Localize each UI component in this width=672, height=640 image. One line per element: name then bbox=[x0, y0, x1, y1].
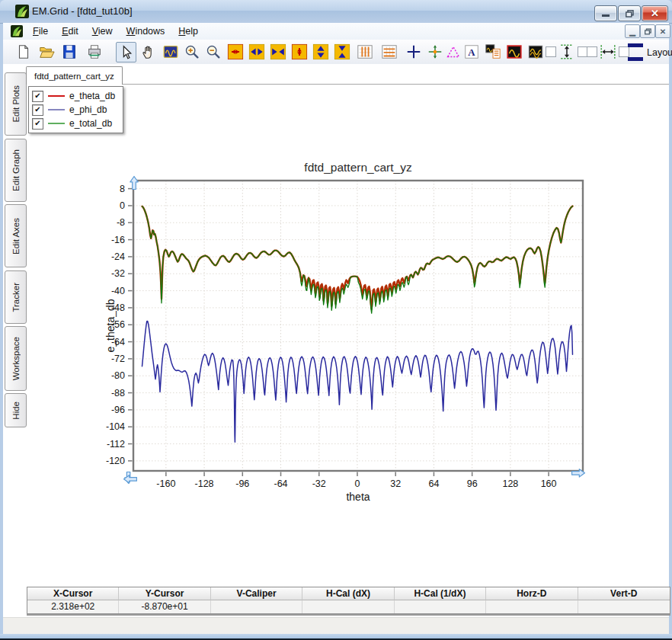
y-scale-lock-group bbox=[546, 42, 588, 61]
x-axis-label: theta bbox=[346, 491, 370, 503]
y-zoom-in-icon bbox=[334, 43, 350, 60]
pan-hand-icon bbox=[140, 43, 157, 60]
close-button[interactable]: ✕ bbox=[642, 5, 668, 21]
caliper-triangle-icon bbox=[445, 43, 462, 60]
pan-tool-button[interactable] bbox=[139, 42, 158, 61]
save-button[interactable] bbox=[59, 42, 78, 61]
edit-plot-button[interactable] bbox=[504, 42, 523, 61]
open-file-button[interactable] bbox=[37, 42, 56, 61]
tracker-icon bbox=[427, 43, 443, 60]
x-expand-button[interactable] bbox=[226, 42, 245, 61]
new-file-icon bbox=[15, 43, 32, 60]
menu-items: FileEditViewWindowsHelp bbox=[26, 23, 205, 40]
document-logo-icon bbox=[11, 25, 23, 37]
sidebar-tab-edit-plots[interactable]: Edit Plots bbox=[5, 72, 27, 136]
sidebar-tab-edit-graph[interactable]: Edit Graph bbox=[5, 139, 27, 202]
zoom-in-button[interactable] bbox=[182, 42, 201, 61]
text-annotation-button[interactable]: A bbox=[462, 42, 481, 61]
horizontal-gridlines-button[interactable] bbox=[379, 42, 398, 61]
x-zoom-out-icon bbox=[248, 43, 265, 60]
x-tick-label: -96 bbox=[235, 478, 249, 489]
plot-canvas[interactable]: -160-128-96-64-32032649612816080-8-16-24… bbox=[27, 84, 669, 587]
status-value bbox=[486, 600, 578, 613]
new-file-button[interactable] bbox=[14, 42, 33, 61]
restore-button[interactable] bbox=[618, 5, 641, 21]
zoom-in-icon bbox=[184, 43, 200, 60]
x-scale-lock-checkbox-left[interactable] bbox=[587, 46, 597, 57]
client-area: Edit Plots Edit Graph Edit Axes Tracker … bbox=[3, 64, 669, 617]
plot-frame bbox=[133, 181, 583, 471]
menu-file[interactable]: File bbox=[26, 24, 55, 38]
status-value bbox=[395, 600, 486, 613]
y-zoom-in-button[interactable] bbox=[332, 42, 351, 61]
y-scale-lock-checkbox-left[interactable] bbox=[546, 46, 556, 57]
edit-graph-icon bbox=[527, 43, 544, 60]
mdi-close-button[interactable]: ✕ bbox=[655, 24, 670, 38]
y-tick-label: -88 bbox=[111, 388, 125, 398]
x-zoom-in-button[interactable] bbox=[268, 42, 287, 61]
cursor-button[interactable] bbox=[404, 42, 423, 61]
legend-box: e_theta_db e_phi_db e_total_db bbox=[28, 86, 123, 133]
status-header: X-Cursor bbox=[27, 587, 119, 600]
close-icon: ✕ bbox=[651, 8, 659, 19]
window-bottom-border bbox=[0, 634, 672, 640]
y-tick-label: -120 bbox=[106, 456, 125, 466]
legend-checkbox-e-theta-db[interactable] bbox=[32, 91, 43, 102]
y-tick-label: -112 bbox=[107, 439, 125, 450]
mdi-restore-icon bbox=[645, 28, 651, 35]
layout-button[interactable]: Layout bbox=[628, 43, 672, 61]
y-tick-label: -80 bbox=[111, 370, 125, 381]
sidebar-tab-hide[interactable]: Hide bbox=[5, 393, 27, 427]
sidebar-tab-workspace[interactable]: Workspace bbox=[5, 326, 27, 391]
plot-properties-button[interactable] bbox=[483, 42, 502, 61]
legend-item-e-theta-db: e_theta_db bbox=[32, 89, 115, 103]
print-button[interactable] bbox=[85, 42, 104, 61]
tracker-button[interactable] bbox=[425, 42, 444, 61]
y-zoom-out-button[interactable] bbox=[311, 42, 330, 61]
document-tab[interactable]: fdtd_pattern_cart_yz bbox=[26, 66, 123, 85]
status-value bbox=[211, 600, 302, 613]
y-tick-label: -16 bbox=[111, 235, 125, 245]
mdi-minimize-button[interactable]: ▁ bbox=[625, 24, 640, 38]
x-expand-icon bbox=[227, 43, 244, 60]
window-title: EM.Grid - [fdtd_tut10b] bbox=[32, 5, 133, 17]
sidebar-tab-edit-axes[interactable]: Edit Axes bbox=[5, 204, 27, 267]
edit-plot-icon bbox=[506, 43, 523, 60]
y-expand-button[interactable] bbox=[290, 42, 309, 61]
text-annotation-icon: A bbox=[463, 43, 480, 60]
x-span-icon bbox=[600, 43, 616, 60]
svg-text:A: A bbox=[468, 46, 475, 57]
zoom-window-button[interactable] bbox=[161, 42, 180, 61]
axis-arrow-up-icon[interactable] bbox=[130, 177, 138, 190]
x-zoom-in-icon bbox=[270, 43, 286, 60]
zoom-out-button[interactable] bbox=[203, 42, 222, 61]
select-tool-button[interactable] bbox=[116, 42, 136, 62]
mdi-minimize-icon: ▁ bbox=[629, 27, 635, 36]
x-tick-label: 0 bbox=[355, 478, 360, 489]
edit-graph-button[interactable] bbox=[526, 42, 545, 61]
open-file-icon bbox=[38, 43, 55, 60]
minimize-button[interactable] bbox=[594, 5, 617, 21]
x-zoom-out-button[interactable] bbox=[247, 42, 266, 61]
mdi-restore-button[interactable] bbox=[640, 24, 655, 38]
menu-windows[interactable]: Windows bbox=[120, 24, 172, 38]
x-tick-label: 32 bbox=[390, 478, 401, 489]
sidebar-tab-tracker[interactable]: Tracker bbox=[5, 270, 27, 324]
zoom-out-icon bbox=[205, 43, 222, 60]
legend-checkbox-e-phi-db[interactable] bbox=[32, 104, 43, 116]
menu-edit[interactable]: Edit bbox=[55, 24, 85, 38]
select-arrow-icon bbox=[118, 44, 135, 61]
y-tick-label: -40 bbox=[111, 286, 125, 296]
vertical-gridlines-button[interactable] bbox=[355, 42, 374, 61]
x-tick-label: 160 bbox=[541, 478, 557, 489]
cursor-cross-icon bbox=[405, 43, 422, 60]
legend-checkbox-e-total-db[interactable] bbox=[32, 118, 43, 130]
y-tick-label: -24 bbox=[111, 251, 125, 262]
status-value bbox=[578, 600, 670, 613]
menu-view[interactable]: View bbox=[85, 24, 120, 38]
menu-help[interactable]: Help bbox=[171, 24, 205, 38]
y-expand-icon bbox=[291, 43, 308, 60]
y-axis-label: e_theta_db bbox=[104, 299, 117, 352]
app-logo-icon bbox=[15, 5, 29, 18]
caliper-button[interactable] bbox=[443, 42, 462, 61]
